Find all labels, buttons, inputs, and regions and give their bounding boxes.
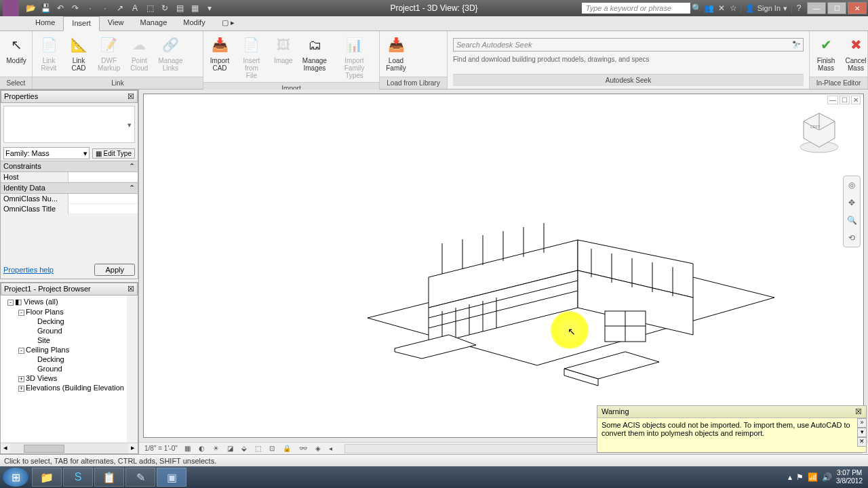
- prop-value[interactable]: [68, 194, 138, 204]
- view-close-icon[interactable]: ✕: [851, 96, 861, 104]
- load-family-tool[interactable]: 📥Load Family: [381, 33, 411, 73]
- steering-wheel-icon[interactable]: ◎: [846, 179, 858, 191]
- viewcube[interactable]: LEFT: [795, 108, 843, 155]
- tree-item[interactable]: -◧ Views (all): [2, 297, 136, 307]
- close-button[interactable]: ✕: [848, 2, 867, 14]
- tree-item[interactable]: Decking: [2, 354, 136, 364]
- rendering-icon[interactable]: ⬙: [240, 445, 248, 452]
- prop-value[interactable]: [68, 172, 138, 182]
- switch-icon[interactable]: ▤: [174, 2, 186, 14]
- finish-mass-tool[interactable]: ✔Finish Mass: [811, 33, 841, 73]
- tree-item[interactable]: Site: [2, 336, 136, 345]
- pan-icon[interactable]: ✥: [846, 197, 858, 209]
- import-tool-4[interactable]: 📊Import Family Types: [331, 33, 378, 81]
- collapse-icon[interactable]: ⌃: [129, 162, 135, 171]
- import-tool-0[interactable]: 📥Import CAD: [205, 33, 235, 73]
- qat-dropdown-icon[interactable]: ▾: [203, 2, 216, 14]
- reveal-icon[interactable]: ◈: [314, 445, 322, 452]
- link-tool-0[interactable]: 📄Link Revit: [34, 33, 64, 73]
- tab-home[interactable]: Home: [27, 16, 63, 30]
- dim-icon[interactable]: A: [129, 2, 141, 14]
- comm-icon[interactable]: 👥: [704, 3, 715, 14]
- prop-section[interactable]: Identity Data⌃: [1, 182, 138, 194]
- edit-type-button[interactable]: ▦Edit Type: [92, 148, 135, 159]
- close-hidden-icon[interactable]: ▦: [189, 2, 201, 14]
- family-dropdown[interactable]: Family: Mass▾: [3, 147, 90, 159]
- tab-extra[interactable]: ▢ ▸: [214, 16, 243, 30]
- tag-icon[interactable]: ⬚: [144, 2, 156, 14]
- 3d-view-canvas[interactable]: — ☐ ✕ LEFT ◎ ✥ 🔍 ⟲: [143, 94, 864, 438]
- tree-expander[interactable]: +: [18, 386, 24, 392]
- minimize-button[interactable]: —: [807, 2, 826, 14]
- print-icon[interactable]: ·: [84, 2, 96, 14]
- import-tool-2[interactable]: 🖼Image: [269, 33, 298, 66]
- link-tool-2[interactable]: 📝DWF Markup: [94, 33, 124, 73]
- tree-item[interactable]: +Elevations (Building Elevation: [2, 383, 136, 392]
- view-minimize-icon[interactable]: —: [827, 96, 838, 104]
- collapse-icon[interactable]: ⌃: [129, 184, 135, 192]
- signin-button[interactable]: 👤 Sign In ▾: [741, 4, 792, 13]
- properties-header[interactable]: Properties☒: [1, 90, 138, 103]
- warning-close-icon[interactable]: ☒: [855, 407, 862, 416]
- modify-tool[interactable]: ↖Modify: [1, 33, 31, 66]
- tree-item[interactable]: Decking: [2, 317, 136, 326]
- browser-header[interactable]: Project1 - Project Browser☒: [1, 283, 138, 296]
- tray-flag-icon[interactable]: ⚑: [796, 472, 804, 482]
- orbit-icon[interactable]: ⟲: [846, 232, 858, 244]
- undo-icon[interactable]: ↶: [54, 2, 66, 14]
- link-tool-3[interactable]: ☁Point Cloud: [124, 33, 154, 73]
- tray-up-icon[interactable]: ▴: [788, 472, 792, 482]
- warning-next-icon[interactable]: »: [857, 418, 867, 428]
- properties-help-link[interactable]: Properties help: [3, 266, 54, 274]
- prop-value[interactable]: [68, 204, 138, 214]
- link-tool-1[interactable]: 📐Link CAD: [64, 33, 94, 73]
- tree-item[interactable]: +3D Views: [2, 373, 136, 383]
- sun-path-icon[interactable]: ☀: [212, 445, 220, 452]
- help-icon[interactable]: ?: [793, 3, 804, 14]
- seek-search-input[interactable]: Search Autodesk Seek🔭: [453, 38, 804, 52]
- maximize-button[interactable]: ☐: [827, 2, 846, 14]
- crop-region-icon[interactable]: ⊡: [268, 445, 276, 452]
- revit-taskbar-icon[interactable]: ▣: [157, 468, 186, 487]
- browser-close-icon[interactable]: ☒: [127, 285, 134, 293]
- tray-network-icon[interactable]: 📶: [808, 472, 818, 482]
- tree-item[interactable]: -Ceiling Plans: [2, 345, 136, 354]
- sync-icon[interactable]: ↻: [159, 2, 171, 14]
- tree-item[interactable]: Ground: [2, 364, 136, 373]
- open-icon[interactable]: 📂: [24, 2, 37, 14]
- redo-icon[interactable]: ↷: [69, 2, 81, 14]
- apply-button[interactable]: Apply: [94, 264, 135, 276]
- favorite-icon[interactable]: ☆: [728, 3, 739, 14]
- skype-taskbar-icon[interactable]: S: [63, 468, 93, 487]
- save-icon[interactable]: 💾: [39, 2, 52, 14]
- app1-taskbar-icon[interactable]: 📋: [94, 468, 124, 487]
- zoom-icon[interactable]: 🔍: [846, 214, 858, 226]
- project-tree[interactable]: -◧ Views (all)-Floor PlansDeckingGroundS…: [1, 296, 138, 443]
- help-search-input[interactable]: Type a keyword or phrase: [582, 3, 690, 14]
- lock-icon[interactable]: 🔒: [281, 445, 292, 452]
- nav-left-icon[interactable]: ◂: [328, 445, 334, 452]
- tree-item[interactable]: Ground: [2, 326, 136, 336]
- visual-style-icon[interactable]: ◐: [197, 445, 206, 452]
- tree-scrollbar-h[interactable]: ◂▸: [1, 443, 138, 453]
- tray-volume-icon[interactable]: 🔊: [822, 472, 832, 482]
- import-tool-1[interactable]: 📄Insert from File: [235, 33, 269, 81]
- tab-view[interactable]: View: [100, 16, 132, 30]
- warning-expand-icon[interactable]: ▾: [857, 428, 867, 437]
- tree-item[interactable]: -Floor Plans: [2, 307, 136, 317]
- app-icon[interactable]: [3, 0, 19, 16]
- warning-delete-icon[interactable]: ✕: [857, 437, 867, 447]
- type-selector[interactable]: [3, 106, 135, 143]
- link-tool-4[interactable]: 🔗Manage Links: [154, 33, 186, 73]
- tray-clock[interactable]: 3:07 PM 3/8/2012: [836, 469, 863, 485]
- tree-expander[interactable]: +: [18, 376, 24, 382]
- tree-expander[interactable]: -: [7, 300, 14, 306]
- tab-modify[interactable]: Modify: [175, 16, 213, 30]
- explorer-taskbar-icon[interactable]: 📁: [32, 468, 62, 487]
- properties-close-icon[interactable]: ☒: [127, 92, 134, 101]
- shadows-icon[interactable]: ◪: [226, 445, 235, 452]
- measure-icon[interactable]: ↗: [114, 2, 126, 14]
- view-maximize-icon[interactable]: ☐: [840, 96, 850, 104]
- tree-scrollbar-v[interactable]: [127, 296, 138, 443]
- exchange-icon[interactable]: ✕: [716, 3, 727, 14]
